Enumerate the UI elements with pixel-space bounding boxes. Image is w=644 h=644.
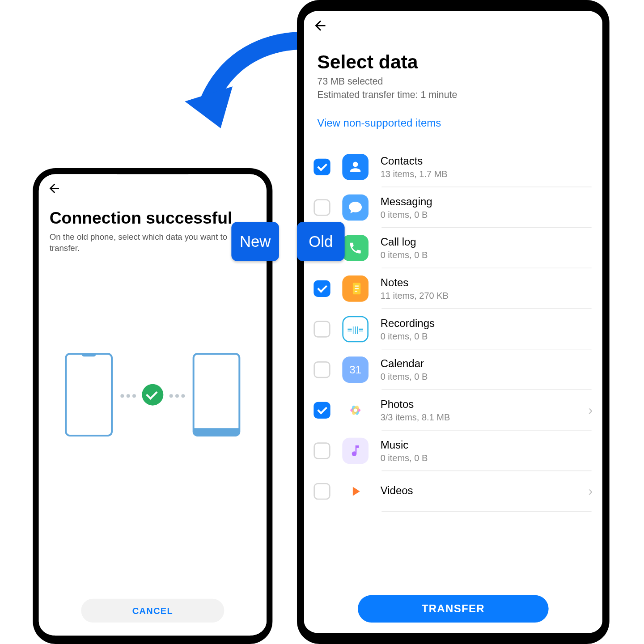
row-detail: 0 items, 0 B — [381, 250, 593, 260]
data-row-calendar[interactable]: 31Calendar0 items, 0 B — [304, 349, 602, 390]
videos-icon — [342, 478, 369, 504]
data-row-music[interactable]: Music0 items, 0 B — [304, 431, 602, 471]
calllog-icon — [342, 235, 369, 261]
data-row-notes[interactable]: Notes11 items, 270 KB — [304, 268, 602, 309]
row-title: Call log — [381, 236, 593, 249]
row-detail: 0 items, 0 B — [381, 453, 593, 463]
row-detail: 13 items, 1.7 MB — [381, 169, 593, 179]
recordings-icon: ≡|||≡ — [342, 316, 369, 343]
checkbox-contacts[interactable] — [314, 159, 330, 175]
row-title: Photos — [381, 398, 585, 411]
music-icon — [342, 438, 369, 464]
old-phone-screen: Select data 73 MB selected Estimated tra… — [304, 11, 602, 633]
chevron-right-icon: › — [589, 402, 593, 418]
contacts-icon — [342, 154, 369, 180]
notes-icon — [342, 275, 369, 302]
row-title: Messaging — [381, 195, 593, 208]
new-label: New — [231, 222, 279, 261]
checkbox-music[interactable] — [314, 442, 330, 459]
svg-point-6 — [354, 409, 357, 412]
old-phone-frame: Select data 73 MB selected Estimated tra… — [297, 0, 610, 644]
transfer-button[interactable]: TRANSFER — [358, 595, 549, 623]
page-subtitle: On the old phone, select which data you … — [50, 231, 256, 254]
view-unsupported-link[interactable]: View non-supported items — [317, 117, 441, 129]
checkbox-recordings[interactable] — [314, 321, 330, 337]
page-title: Connection successful — [50, 209, 256, 228]
row-title: Videos — [381, 484, 585, 497]
data-row-videos[interactable]: Videos› — [304, 471, 602, 512]
checkbox-videos[interactable] — [314, 483, 330, 500]
row-title: Contacts — [381, 155, 593, 168]
svg-marker-0 — [185, 86, 233, 128]
data-type-list: Contacts13 items, 1.7 MBMessaging0 items… — [304, 147, 602, 587]
chevron-right-icon: › — [589, 483, 593, 499]
data-row-messaging[interactable]: Messaging0 items, 0 B — [304, 187, 602, 228]
row-title: Calendar — [381, 358, 593, 370]
checkbox-photos[interactable] — [314, 402, 330, 419]
check-icon — [142, 384, 163, 406]
data-row-contacts[interactable]: Contacts13 items, 1.7 MB — [304, 147, 602, 187]
row-title: Recordings — [381, 317, 593, 330]
row-title: Notes — [381, 277, 593, 289]
back-button[interactable] — [313, 18, 328, 38]
back-button[interactable] — [47, 181, 61, 199]
connection-illustration — [39, 353, 267, 436]
data-row-recordings[interactable]: ≡|||≡Recordings0 items, 0 B — [304, 309, 602, 350]
data-row-photos[interactable]: Photos3/3 items, 8.1 MB› — [304, 390, 602, 431]
checkbox-messaging[interactable] — [314, 199, 330, 216]
selected-size: 73 MB selected — [317, 76, 589, 87]
row-detail: 0 items, 0 B — [381, 331, 593, 341]
cancel-button[interactable]: CANCEL — [81, 599, 224, 623]
photos-icon — [342, 397, 369, 424]
data-row-calllog[interactable]: Call log0 items, 0 B — [304, 228, 602, 268]
row-title: Music — [381, 439, 593, 451]
old-label: Old — [297, 222, 345, 261]
row-detail: 0 items, 0 B — [381, 209, 593, 220]
row-detail: 0 items, 0 B — [381, 372, 593, 382]
messaging-icon — [342, 195, 369, 221]
calendar-icon: 31 — [342, 356, 369, 383]
row-detail: 11 items, 270 KB — [381, 290, 593, 301]
checkbox-calendar[interactable] — [314, 361, 330, 378]
row-detail: 3/3 items, 8.1 MB — [381, 412, 585, 422]
checkbox-notes[interactable] — [314, 280, 330, 297]
page-title: Select data — [317, 51, 418, 73]
transfer-eta: Estimated transfer time: 1 minute — [317, 89, 589, 100]
